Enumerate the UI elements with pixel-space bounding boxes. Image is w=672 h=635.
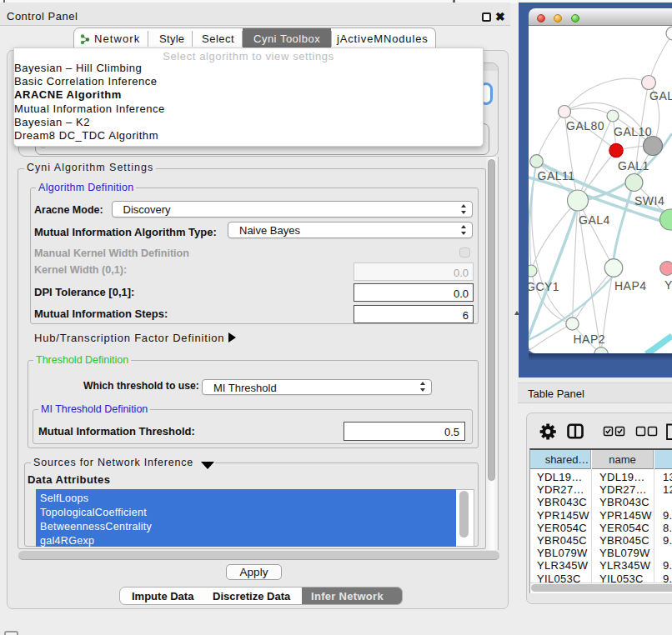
svg-text:GAL7: GAL7: [649, 89, 672, 102]
svg-text:GAL10: GAL10: [614, 125, 652, 138]
svg-text:Y: Y: [664, 278, 672, 292]
svg-text:GAL1: GAL1: [618, 159, 649, 172]
svg-text:HAP2: HAP2: [574, 332, 606, 346]
svg-text:GCY1: GCY1: [529, 280, 559, 293]
svg-text:GAL80: GAL80: [566, 119, 604, 132]
svg-text:GAL11: GAL11: [538, 169, 575, 182]
svg-text:SWI4: SWI4: [634, 194, 664, 208]
svg-text:GAL4: GAL4: [579, 213, 610, 227]
svg-text:HAP4: HAP4: [614, 279, 647, 292]
